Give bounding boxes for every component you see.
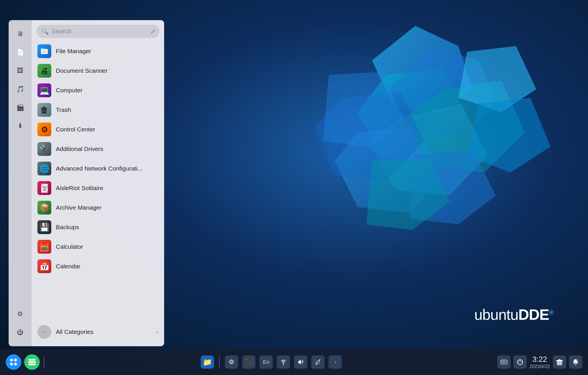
svg-rect-34 [556, 360, 563, 361]
svg-point-17 [14, 359, 17, 361]
search-bar: 🔍 ⤢ [36, 25, 160, 38]
advanced-network-icon: 🌐 [37, 162, 51, 175]
control-center-icon: ⚙ [37, 123, 51, 136]
taskbar: 📁 ⚙ ⬛ En [0, 349, 588, 375]
app-item-document-scanner[interactable]: 🖨 Document Scanner [34, 61, 162, 81]
aisle-riot-icon: 🃏 [37, 181, 51, 195]
svg-rect-30 [503, 362, 505, 363]
expand-button[interactable]: ⤢ [151, 28, 155, 35]
dots-icon: ··· [42, 328, 47, 336]
svg-text:📁: 📁 [43, 50, 46, 54]
all-categories-item[interactable]: ··· All Categories › [34, 322, 162, 342]
power-icon: ⏻ [17, 329, 23, 336]
taskbar-left [6, 354, 45, 370]
taskbar-right: 3:22 2023/4/22 [497, 355, 582, 369]
svg-rect-28 [504, 361, 505, 361]
taskbar-notifications[interactable] [569, 355, 582, 369]
document-scanner-icon: 🖨 [37, 64, 51, 78]
taskbar-center-divider [219, 356, 220, 368]
taskbar-usb[interactable] [277, 355, 290, 369]
app-switcher-button[interactable] [24, 354, 40, 370]
sidebar-item-downloads[interactable]: ⬇ [12, 118, 28, 134]
app-item-backups[interactable]: 💾 Backups [34, 217, 162, 237]
svg-rect-27 [503, 361, 504, 361]
sidebar-item-documents[interactable]: 📄 [12, 44, 28, 60]
app-item-advanced-network[interactable]: 🌐 Advanced Network Configurati... [34, 159, 162, 178]
svg-line-24 [316, 362, 317, 364]
svg-point-16 [10, 359, 13, 361]
launcher-button[interactable] [6, 354, 21, 370]
chevron-right-icon: › [156, 329, 158, 335]
time-display: 3:22 2023/4/22 [530, 355, 550, 369]
settings-icon: ⚙ [17, 310, 23, 318]
app-item-archive-manager[interactable]: 📦 Archive Manager [34, 198, 162, 217]
app-item-computer[interactable]: 💻 Computer [34, 81, 162, 100]
menu-sidebar: 🖥 📄 🖼 🎵 🎬 ⬇ ⚙ ⏻ [9, 20, 32, 346]
all-categories-label: All Categories [56, 328, 152, 335]
taskbar-trash-notification[interactable] [553, 355, 566, 369]
app-item-additional-drivers[interactable]: 🔌 Additional Drivers [34, 139, 162, 159]
sidebar-item-power[interactable]: ⏻ [12, 324, 28, 340]
app-item-calculator[interactable]: 🧮 Calculator [34, 237, 162, 257]
svg-rect-29 [502, 362, 502, 363]
file-manager-label: File Manager [56, 48, 91, 55]
sidebar-item-photos[interactable]: 🖼 [12, 63, 28, 79]
additional-drivers-icon: 🔌 [37, 142, 51, 156]
desktop-art [300, 17, 559, 242]
calculator-icon: 🧮 [37, 240, 51, 254]
app-item-control-center[interactable]: ⚙ Control Center [34, 120, 162, 139]
taskbar-input-method[interactable]: En [259, 355, 273, 369]
additional-drivers-label: Additional Drivers [56, 146, 103, 152]
search-input[interactable] [52, 28, 154, 35]
sidebar-item-monitor[interactable]: 🖥 [12, 26, 28, 42]
app-item-file-manager[interactable]: 📁 File Manager [34, 41, 162, 61]
menu-main-content: 🔍 ⤢ 📁 File Manager 🖨 [32, 20, 164, 346]
documents-icon: 📄 [16, 49, 24, 56]
archive-manager-icon: 📦 [37, 201, 51, 215]
calendar-label: Calendar [56, 263, 80, 270]
document-scanner-label: Document Scanner [56, 67, 108, 74]
taskbar-file-manager[interactable]: 📁 [201, 355, 214, 369]
taskbar-left-divider [44, 356, 44, 368]
app-item-aisle-riot[interactable]: 🃏 AisleRiot Solitaire [34, 178, 162, 198]
taskbar-keyboard[interactable] [497, 355, 511, 369]
photos-icon: 🖼 [17, 67, 23, 74]
taskbar-terminal[interactable]: › [329, 355, 342, 369]
svg-rect-21 [28, 361, 36, 363]
svg-rect-35 [559, 359, 560, 360]
monitor-icon: 🖥 [17, 30, 23, 38]
app-item-calendar[interactable]: 📅 Calendar [34, 257, 162, 276]
date-label: 2023/4/22 [530, 364, 550, 369]
time-label: 3:22 [530, 355, 550, 364]
file-manager-icon: 📁 [37, 44, 51, 58]
advanced-network-label: Advanced Network Configurati... [56, 165, 143, 172]
search-icon: 🔍 [41, 28, 49, 35]
sidebar-item-settings[interactable]: ⚙ [12, 306, 28, 322]
backups-label: Backups [56, 224, 79, 231]
taskbar-center: 📁 ⚙ ⬛ En [48, 355, 494, 369]
taskbar-control-center[interactable]: ⚙ [225, 355, 238, 369]
app-item-trash[interactable]: 🗑 Trash [34, 100, 162, 120]
svg-rect-26 [502, 361, 502, 361]
svg-rect-31 [505, 362, 506, 363]
ubuntu-logo-superscript: ® [549, 309, 553, 316]
sidebar-item-video[interactable]: 🎬 [12, 100, 28, 116]
taskbar-stylus[interactable] [311, 355, 325, 369]
app-menu-panel: 🖥 📄 🖼 🎵 🎬 ⬇ ⚙ ⏻ 🔍 ⤢ [9, 20, 164, 346]
taskbar-power[interactable] [513, 355, 527, 369]
svg-rect-14 [41, 48, 44, 50]
control-center-label: Control Center [56, 126, 95, 133]
ubuntu-logo-bold: DDE [518, 306, 549, 323]
backups-icon: 💾 [37, 220, 51, 234]
svg-point-23 [283, 364, 284, 365]
taskbar-screenshot[interactable]: ⬛ [242, 355, 255, 369]
all-categories-icon: ··· [37, 325, 51, 339]
video-icon: 🎬 [16, 104, 24, 111]
calendar-icon: 📅 [37, 259, 51, 273]
svg-point-36 [576, 359, 578, 361]
ubuntu-logo: ubuntuDDE® [474, 306, 553, 323]
taskbar-volume[interactable] [294, 355, 307, 369]
app-list: 📁 File Manager 🖨 Document Scanner 💻 Comp… [32, 41, 164, 322]
svg-point-18 [10, 363, 13, 366]
sidebar-item-music[interactable]: 🎵 [12, 81, 28, 97]
